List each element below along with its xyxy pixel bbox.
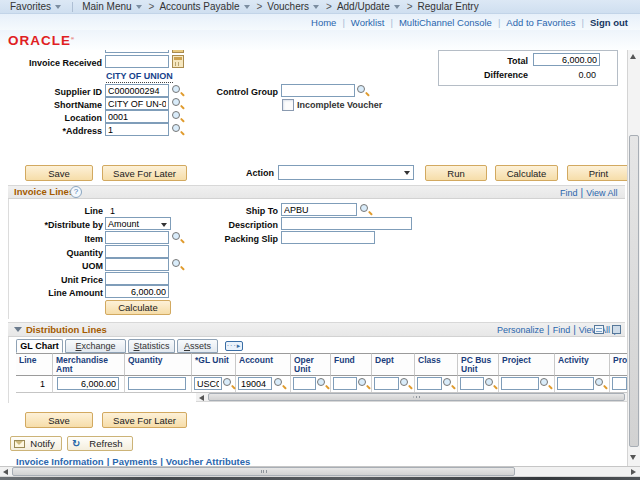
item-input[interactable] (105, 231, 169, 244)
fund-input[interactable] (333, 377, 357, 390)
footer-save-for-later-button[interactable]: Save For Later (102, 412, 187, 428)
invoice-lines-title: Invoice Lines (14, 186, 74, 197)
packing-slip-input[interactable] (281, 231, 375, 244)
project-input[interactable] (501, 377, 539, 390)
print-button[interactable]: Print (567, 165, 627, 181)
control-group-input[interactable] (281, 84, 355, 97)
scroll-left-arrow[interactable] (199, 395, 204, 401)
incomplete-voucher-checkbox[interactable] (282, 99, 294, 111)
find-link[interactable]: Find (553, 325, 571, 335)
account-input[interactable] (238, 377, 272, 390)
tab-gl-chart[interactable]: GL Chart (16, 339, 63, 353)
unit-price-input[interactable] (105, 272, 169, 285)
vertical-scrollbar-thumb[interactable] (629, 135, 639, 447)
col-header-dept: Dept (372, 353, 415, 375)
invoice-information-link[interactable]: Invoice Information (16, 456, 104, 466)
gl-unit-input[interactable] (194, 377, 222, 390)
lookup-icon[interactable] (443, 378, 455, 390)
save-for-later-button[interactable]: Save For Later (102, 165, 187, 181)
activity-input[interactable] (557, 377, 594, 390)
run-button[interactable]: Run (425, 165, 487, 181)
lookup-icon[interactable] (172, 111, 184, 123)
main-menu[interactable]: Main Menu (82, 1, 143, 12)
lookup-icon[interactable] (540, 378, 552, 390)
quantity-input[interactable] (105, 245, 169, 258)
action-select[interactable] (278, 165, 414, 180)
scroll-down-arrow[interactable] (630, 455, 636, 460)
product-input[interactable] (612, 377, 627, 390)
address-input[interactable] (105, 123, 169, 136)
description-input[interactable] (281, 217, 412, 230)
ship-to-input[interactable] (281, 203, 357, 216)
find-link[interactable]: Find (560, 188, 578, 198)
distribute-by-select[interactable]: Amount (105, 217, 171, 230)
dept-input[interactable] (374, 377, 399, 390)
lookup-icon[interactable] (358, 378, 370, 390)
distribution-lines-title: Distribution Lines (26, 324, 107, 335)
supplier-name-link[interactable]: CITY OF UNION (106, 71, 173, 83)
tab-exchange-rate[interactable]: Exchange Rate (65, 339, 126, 353)
breadcrumb-separator (407, 1, 413, 12)
lookup-icon[interactable] (223, 378, 235, 390)
footer-save-button[interactable]: Save (25, 412, 93, 428)
breadcrumb-separator (257, 1, 263, 12)
multichannel-console-link[interactable]: MultiChannel Console (399, 17, 492, 28)
oper-unit-input[interactable] (293, 377, 316, 390)
sign-out-link[interactable]: Sign out (590, 17, 628, 28)
tab-statistics[interactable]: Statistics (128, 339, 175, 353)
uom-input[interactable] (105, 258, 169, 271)
help-icon[interactable] (70, 186, 82, 198)
voucher-attributes-link[interactable]: Voucher Attributes (166, 456, 250, 466)
lookup-icon[interactable] (357, 85, 369, 97)
zoom-grid-icon[interactable] (612, 325, 621, 334)
page-scroll-left-arrow[interactable] (3, 469, 8, 475)
collapse-triangle-icon[interactable] (14, 327, 22, 332)
col-header-project: Project (499, 353, 555, 375)
shortname-input[interactable] (105, 97, 169, 110)
lookup-icon[interactable] (172, 98, 184, 110)
grid-scrollbar-thumb[interactable] (208, 393, 625, 401)
total-input[interactable] (533, 53, 600, 66)
invoice-received-input[interactable] (105, 55, 169, 68)
worklist-link[interactable]: Worklist (351, 17, 385, 28)
refresh-button[interactable]: ↻Refresh (67, 436, 133, 451)
merchandise-amt-input[interactable] (57, 377, 119, 390)
quantity-cell-input[interactable] (128, 377, 186, 390)
view-all-link[interactable]: View All (586, 188, 617, 198)
home-link[interactable]: Home (311, 17, 336, 28)
lookup-icon[interactable] (274, 378, 286, 390)
calendar-icon[interactable] (172, 55, 184, 68)
invoice-lines-header-bar (8, 185, 625, 199)
personalize-link[interactable]: Personalize (497, 325, 544, 335)
supplier-id-input[interactable] (105, 84, 169, 97)
download-icon[interactable] (594, 325, 604, 334)
lookup-icon[interactable] (360, 204, 372, 216)
payments-link[interactable]: Payments (112, 456, 157, 466)
page-scrollbar-thumb[interactable] (12, 467, 515, 476)
calculate-button[interactable]: Calculate (495, 165, 558, 181)
favorites-menu[interactable]: Favorites (10, 1, 63, 12)
location-input[interactable] (105, 110, 169, 123)
show-all-columns-icon[interactable] (225, 341, 243, 351)
line-calculate-button[interactable]: Calculate (105, 300, 171, 315)
line-amount-input[interactable] (105, 285, 169, 298)
breadcrumb-accounts-payable[interactable]: Accounts Payable (159, 1, 251, 12)
add-to-favorites-link[interactable]: Add to Favorites (506, 17, 575, 28)
breadcrumb-add-update[interactable]: Add/Update (337, 1, 402, 12)
lookup-icon[interactable] (400, 378, 412, 390)
scroll-up-arrow[interactable] (630, 54, 636, 59)
tab-assets[interactable]: Assets (177, 339, 218, 353)
save-button[interactable]: Save (25, 165, 93, 181)
page-scroll-right-arrow[interactable] (631, 469, 636, 475)
difference-value: 0.00 (533, 69, 596, 81)
breadcrumb-divider (72, 2, 73, 12)
breadcrumb-vouchers[interactable]: Vouchers (267, 1, 321, 12)
lookup-icon[interactable] (172, 259, 184, 271)
class-input[interactable] (417, 377, 442, 390)
lookup-icon[interactable] (172, 124, 184, 136)
notify-button[interactable]: Notify (10, 436, 62, 451)
pc-bus-unit-input[interactable] (460, 377, 484, 390)
lookup-icon[interactable] (317, 378, 329, 390)
lookup-icon[interactable] (595, 378, 607, 390)
lookup-icon[interactable] (485, 378, 497, 390)
